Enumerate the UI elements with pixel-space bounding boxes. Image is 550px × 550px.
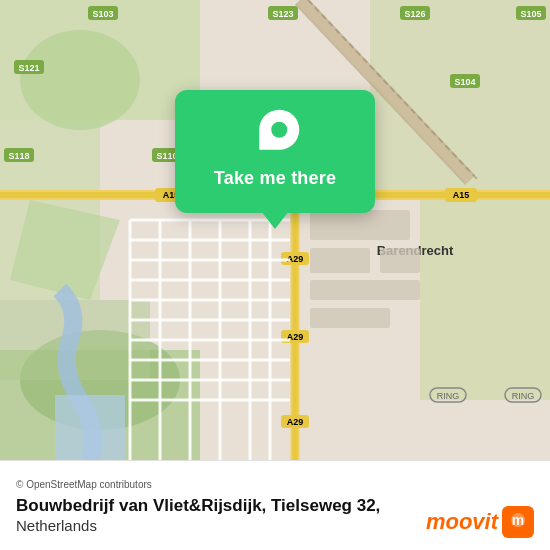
- svg-text:m: m: [512, 512, 524, 528]
- moovit-logo: moovit m: [426, 506, 534, 538]
- svg-text:S123: S123: [272, 9, 293, 19]
- svg-rect-10: [55, 395, 125, 460]
- info-bar: © OpenStreetMap contributors Bouwbedrijf…: [0, 460, 550, 550]
- svg-rect-69: [380, 248, 420, 273]
- svg-text:S103: S103: [92, 9, 113, 19]
- svg-text:S105: S105: [520, 9, 541, 19]
- svg-rect-68: [310, 248, 370, 273]
- svg-text:RING: RING: [512, 391, 535, 401]
- take-me-there-button[interactable]: Take me there: [214, 164, 336, 193]
- svg-text:S118: S118: [8, 151, 29, 161]
- location-pin-wrapper: [247, 106, 304, 163]
- osm-credit: © OpenStreetMap contributors: [16, 479, 534, 490]
- map-popup: Take me there: [175, 90, 375, 213]
- location-pin: [259, 110, 299, 150]
- moovit-text: moovit: [426, 509, 498, 535]
- svg-rect-70: [310, 280, 420, 300]
- svg-text:S104: S104: [454, 77, 475, 87]
- svg-rect-71: [310, 308, 390, 328]
- svg-text:RING: RING: [437, 391, 460, 401]
- svg-text:A29: A29: [287, 417, 304, 427]
- svg-rect-6: [420, 200, 550, 400]
- svg-point-3: [20, 30, 140, 130]
- svg-text:S126: S126: [404, 9, 425, 19]
- svg-rect-67: [310, 210, 410, 240]
- svg-text:S121: S121: [18, 63, 39, 73]
- svg-text:A15: A15: [453, 190, 470, 200]
- map-svg: A15 A15 A15 A29 A29 A29: [0, 0, 550, 460]
- map-container[interactable]: A15 A15 A15 A29 A29 A29: [0, 0, 550, 460]
- moovit-icon: m: [502, 506, 534, 538]
- app: A15 A15 A15 A29 A29 A29: [0, 0, 550, 550]
